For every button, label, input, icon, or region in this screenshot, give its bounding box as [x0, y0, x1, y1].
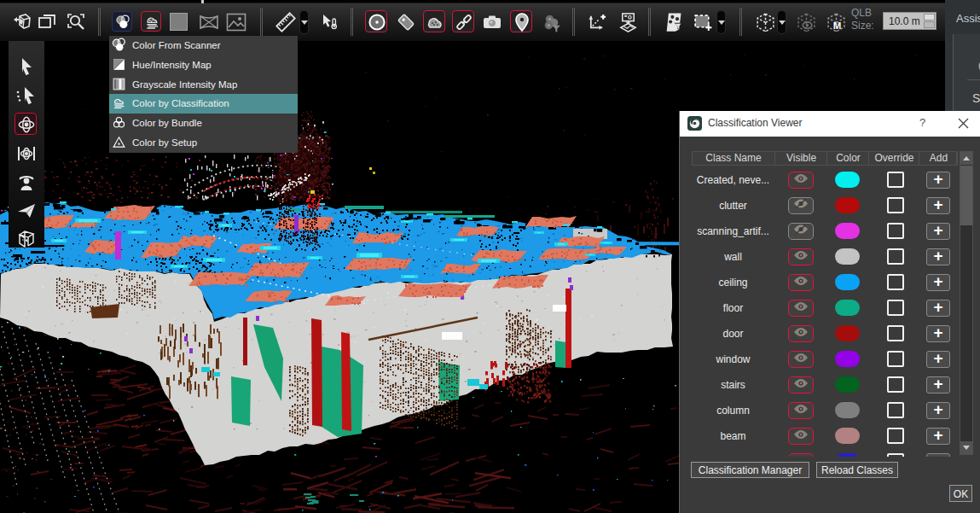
- svg-text:M: M: [833, 20, 842, 31]
